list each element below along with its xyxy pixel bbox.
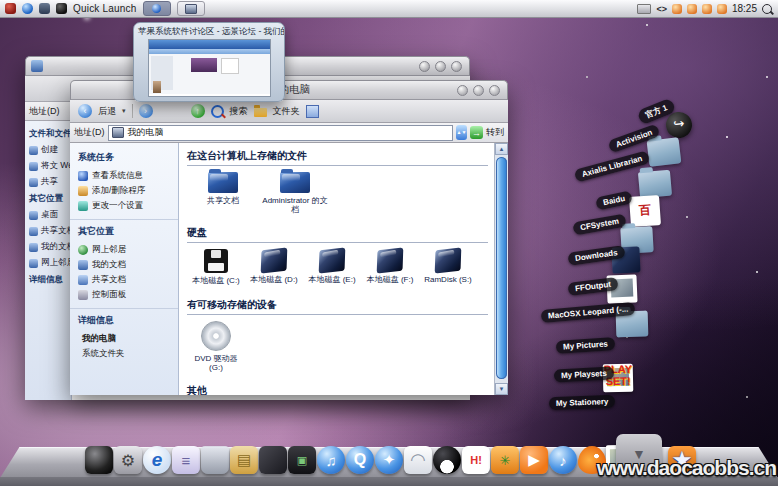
stack-folder-icon[interactable] bbox=[638, 170, 672, 199]
menu-clock[interactable]: 18:25 bbox=[732, 3, 757, 14]
tm-messenger-icon[interactable]: H! bbox=[462, 446, 490, 474]
quicktime-icon[interactable]: Q bbox=[346, 446, 374, 474]
sidebar-item[interactable]: 查看系统信息 bbox=[78, 168, 178, 183]
stack-folder-icon[interactable] bbox=[647, 137, 682, 167]
drive-item[interactable]: DVD 驱动器 (G:) bbox=[187, 321, 245, 372]
sidebar-group-title: 文件和文件夹 bbox=[25, 125, 71, 142]
item-label: RamDisk (S:) bbox=[424, 275, 472, 284]
taskbar-button-mycomputer[interactable] bbox=[177, 1, 205, 16]
views-icon[interactable] bbox=[306, 105, 319, 118]
back-button[interactable]: ‹ bbox=[78, 104, 92, 118]
drive-item[interactable]: 共享文档 bbox=[187, 172, 259, 205]
media-player-icon[interactable]: ▣ bbox=[288, 446, 316, 474]
stack-curl-icon[interactable]: ↪ bbox=[664, 110, 693, 139]
apple-black-icon[interactable] bbox=[56, 3, 67, 14]
display-quicklaunch-icon[interactable] bbox=[39, 3, 50, 14]
filebox-icon[interactable]: ▤ bbox=[230, 446, 258, 474]
sidebar-item-icon bbox=[29, 162, 38, 171]
notes-icon[interactable]: ≡ bbox=[172, 446, 200, 474]
sidebar-item[interactable]: 将文 Web bbox=[25, 158, 71, 174]
window-button[interactable] bbox=[435, 61, 446, 72]
preview-thumbnail[interactable] bbox=[148, 39, 271, 97]
sidebar-item[interactable]: 共享 bbox=[25, 174, 71, 190]
qq-avatar-icon[interactable] bbox=[672, 4, 682, 14]
up-button[interactable]: ↑ bbox=[191, 104, 205, 118]
qq-avatar-icon[interactable] bbox=[702, 4, 712, 14]
scrollbar[interactable]: ▲ ▼ bbox=[494, 143, 508, 395]
qq-avatar-icon[interactable] bbox=[717, 4, 727, 14]
window-button[interactable] bbox=[419, 61, 430, 72]
scroll-up-arrow[interactable]: ▲ bbox=[495, 143, 508, 155]
back-dropdown-caret[interactable]: ▾ bbox=[122, 107, 126, 115]
music-player-icon[interactable]: ♪ bbox=[549, 446, 577, 474]
stack-item-label[interactable]: Baidu bbox=[595, 190, 633, 210]
sidebar-group-title: 其它位置 bbox=[78, 225, 178, 238]
printer-icon[interactable] bbox=[637, 4, 651, 14]
sidebar-item[interactable]: 共享文档 bbox=[78, 272, 178, 287]
sidebar-group-title: 系统任务 bbox=[78, 151, 178, 164]
drive-item[interactable]: 本地磁盘 (C:) bbox=[187, 249, 245, 285]
sidebar-item[interactable]: 桌面 bbox=[25, 207, 71, 223]
stack-item-label[interactable]: My Pictures bbox=[556, 337, 616, 354]
sidebar-item[interactable]: 我的文档 bbox=[78, 257, 178, 272]
stack-item-label[interactable]: CFSystem bbox=[572, 213, 627, 235]
search-label[interactable]: 搜索 bbox=[230, 105, 248, 118]
scroll-down-arrow[interactable]: ▼ bbox=[495, 383, 508, 395]
maximize-button[interactable] bbox=[473, 85, 484, 96]
spotlight-icon[interactable] bbox=[762, 4, 772, 14]
search-icon[interactable] bbox=[211, 105, 224, 118]
drive-item[interactable]: 本地磁盘 (E:) bbox=[303, 249, 361, 284]
address-dropdown-stepper[interactable]: ▲▼ bbox=[456, 125, 467, 140]
sidebar-item[interactable]: 更改一个设置 bbox=[78, 198, 178, 213]
sidebar-item-icon bbox=[29, 146, 38, 155]
trash-icon[interactable] bbox=[201, 446, 229, 474]
sidebar-item[interactable]: 网上邻居 bbox=[78, 242, 178, 257]
safari-icon[interactable]: ✦ bbox=[375, 446, 403, 474]
drive-item[interactable]: RamDisk (S:) bbox=[419, 249, 477, 284]
sidebar-item-icon bbox=[29, 243, 38, 252]
sidebar-item[interactable]: 共享文档 bbox=[25, 223, 71, 239]
input-method-icon[interactable]: <> bbox=[656, 4, 667, 14]
browser-quicklaunch-icon[interactable] bbox=[22, 3, 33, 14]
sidebar-item[interactable]: 添加/删除程序 bbox=[78, 183, 178, 198]
back-label[interactable]: 后退 bbox=[98, 105, 116, 118]
qq-icon[interactable] bbox=[433, 446, 461, 474]
drive-item[interactable]: 本地磁盘 (D:) bbox=[245, 249, 303, 284]
minimize-button[interactable] bbox=[457, 85, 468, 96]
scrollbar-thumb[interactable] bbox=[496, 157, 507, 379]
stack-item-label[interactable]: My Stationery bbox=[549, 395, 616, 410]
forward-button[interactable]: › bbox=[139, 104, 153, 118]
folders-icon[interactable] bbox=[254, 108, 267, 117]
mail-swoosh-icon[interactable]: ◠ bbox=[404, 446, 432, 474]
window-button[interactable] bbox=[451, 61, 462, 72]
sidebar-item[interactable]: 控制面板 bbox=[78, 287, 178, 302]
sidebar-item[interactable]: 我的文档 bbox=[25, 239, 71, 255]
wallet-icon[interactable] bbox=[259, 446, 287, 474]
internet-explorer-icon[interactable]: e bbox=[143, 446, 171, 474]
giftbox-icon[interactable]: ✳ bbox=[491, 446, 519, 474]
stack-baidu-icon[interactable]: 百 bbox=[629, 195, 661, 227]
address-input[interactable]: 我的电脑 bbox=[108, 125, 454, 141]
shared-icon bbox=[78, 275, 88, 285]
sidebar-item[interactable]: 网上邻居 bbox=[25, 255, 71, 271]
taskbar-preview-popup[interactable]: 苹果系统软件讨论区 - 远景论坛 - 我们的 bbox=[133, 22, 285, 102]
itunes-icon[interactable]: ♫ bbox=[317, 446, 345, 474]
sidebar-item[interactable]: 我的电脑 bbox=[78, 331, 178, 346]
folders-label[interactable]: 文件夹 bbox=[273, 105, 300, 118]
taskbar-button-browser[interactable] bbox=[143, 1, 171, 16]
sidebar-item[interactable]: 创建 bbox=[25, 142, 71, 158]
pps-player-icon[interactable]: ▶ bbox=[520, 446, 548, 474]
qq-avatar-icon[interactable] bbox=[687, 4, 697, 14]
item-label: 本地磁盘 (D:) bbox=[250, 275, 298, 284]
window-my-computer[interactable]: 我的电脑 ‹ 后退 ▾ › ↑ 搜索 文件夹 地址(D) 我的电 bbox=[70, 80, 508, 394]
drive-item[interactable]: Administrator 的文档 bbox=[259, 172, 331, 214]
close-button[interactable] bbox=[489, 85, 500, 96]
go-button[interactable]: → bbox=[470, 126, 483, 139]
system-preferences-icon[interactable]: ⚙ bbox=[114, 446, 142, 474]
apple-menu-icon[interactable] bbox=[5, 3, 16, 14]
sidebar-item[interactable]: 系统文件夹 bbox=[78, 346, 178, 361]
apple-icon[interactable] bbox=[85, 446, 113, 474]
drive-item[interactable]: 本地磁盘 (F:) bbox=[361, 249, 419, 284]
go-label[interactable]: 转到 bbox=[486, 126, 504, 139]
address-bar: 地址(D) 我的电脑 ▲▼ → 转到 bbox=[70, 123, 508, 143]
